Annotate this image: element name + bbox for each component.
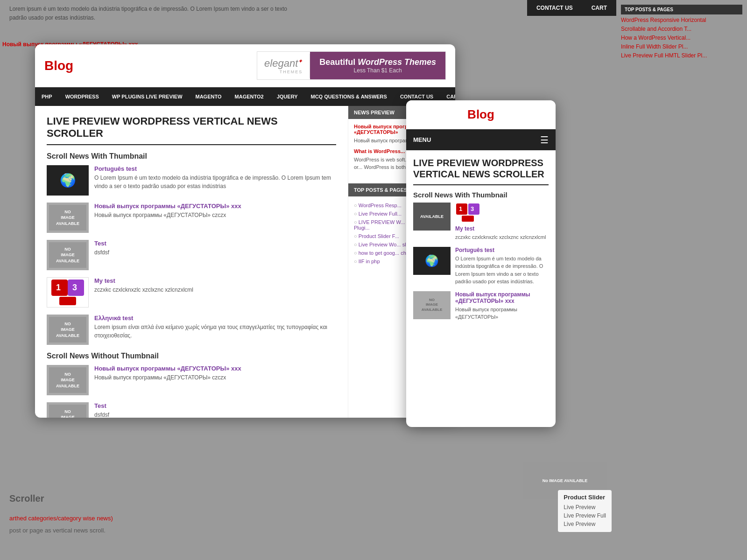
news-content-6: Новый выпуск программы «ДЕГУСТАТОРЫ» xxx… (94, 365, 241, 382)
mobile-content: LIVE PREVIEW WORDPRESS VERTICAL NEWS SCR… (406, 150, 556, 427)
news-link-5[interactable]: Ελληνικά test (94, 315, 336, 322)
no-image-box-3: NOIMAGEAVAILABLE (49, 242, 86, 268)
elegant-name: elegant✦ (264, 57, 303, 70)
product-slider-section: Product Slider Live Preview Live Preview… (558, 490, 612, 532)
product-slider-live-preview-1[interactable]: Live Preview (564, 503, 606, 511)
nav-wp-plugins[interactable]: WP PLUGINS LIVE PREVIEW (106, 87, 189, 106)
available-text: AVAILABLE (420, 214, 444, 219)
nav-php[interactable]: PHP (35, 87, 59, 106)
bg-post-text: post or page as vertical news scroll. (9, 527, 106, 534)
news-content-5: Ελληνικά test Lorem ipsum είναι απλά ένα… (94, 315, 336, 340)
bg-top-paragraph: Lorem ipsum é um texto modelo da indústr… (9, 5, 289, 22)
mobile-globe-icon: 🌍 (425, 254, 439, 267)
news-link-6[interactable]: Новый выпуск программы «ДЕГУСТАТОРЫ» xxx (94, 365, 241, 372)
main-article: LIVE PREVIEW WORDPRESS VERTICAL NEWS SCR… (35, 106, 348, 418)
product-slider-live-preview-2[interactable]: Live Preview (564, 520, 606, 528)
bg-category-link[interactable]: arthed categories/category wise news) (9, 515, 113, 522)
nav-mcq[interactable]: MCQ QUESTIONS & ANSWERS (304, 87, 394, 106)
mobile-thumb-1: AVAILABLE (413, 203, 451, 231)
mobile-news-link-1[interactable]: My test (455, 225, 546, 232)
section-heading-2: Scroll News Without Thumbnail (47, 352, 336, 360)
mobile-news-item-1: AVAILABLE 1 3 My test zczxkc czxlcknxzlc… (413, 203, 549, 241)
mobile-logo: Blog (416, 107, 546, 122)
mobile-news-link-2[interactable]: Português test (455, 247, 549, 253)
hamburger-icon[interactable]: ☰ (540, 134, 549, 146)
bg-right-link-5[interactable]: Live Preview Full HMTL Slider Pl... (621, 52, 742, 59)
news-content-3: Test dsfdsf (94, 240, 109, 257)
mobile-window: Blog MENU ☰ LIVE PREVIEW WORDPRESS VERTI… (406, 100, 556, 427)
bg-right-link-2[interactable]: Scrollable and Accordion T... (621, 26, 742, 32)
mobile-available-badge: AVAILABLE (413, 203, 451, 231)
svg-text:1: 1 (459, 205, 462, 212)
nav-wordpress[interactable]: WORDPRESS (59, 87, 106, 106)
thumb-no-image-5: NOIMAGEAVAILABLE (47, 315, 89, 345)
thumb-no-image-7: NOIMAGEAVAILABLE (47, 402, 89, 418)
product-slider-live-preview-full[interactable]: Live Preview Full (564, 511, 606, 520)
news-link-3[interactable]: Test (94, 240, 109, 247)
product-slider-title: Product Slider (564, 494, 606, 501)
nav-jquery[interactable]: JQUERY (270, 87, 304, 106)
news-text-5: Lorem ipsum είναι απλά ένα κείμενο χωρίς… (94, 323, 336, 340)
nav-magento[interactable]: MAGENTO (189, 87, 228, 106)
banner-promo: Beautiful WordPress Themes Less Than $1 … (310, 52, 445, 79)
news-link-7[interactable]: Test (94, 402, 109, 409)
bg-bottom-text: Scroller arthed categories/category wise… (9, 489, 113, 537)
banner-logo: elegant✦ themes (257, 54, 310, 78)
svg-rect-9 (462, 216, 474, 222)
svg-rect-4 (59, 297, 76, 305)
news-item-1: 🌍 Português test O Lorem Ipsum é um text… (47, 165, 336, 196)
article-title: LIVE PREVIEW WORDPRESS VERTICAL NEWS SCR… (47, 115, 336, 145)
news-content-7: Test dsfdsf (94, 402, 109, 418)
news-content-1: Português test O Lorem Ipsum é um texto … (94, 165, 336, 190)
news-content-4: My test zczxkc czxlcknxzlc xzclxznc xzlc… (94, 277, 193, 294)
nav-magento2[interactable]: MAGENTO2 (228, 87, 270, 106)
thumb-no-image-2: NOIMAGEAVAILABLE (47, 203, 89, 233)
elegant-sub: themes (264, 70, 303, 74)
bg-scroller-label: Scroller (9, 489, 113, 508)
cart-link[interactable]: CART (582, 0, 616, 16)
news-link-2[interactable]: Новый выпуск программы «ДЕГУСТАТОРЫ» xxx (94, 203, 241, 210)
news-item-5: NOIMAGEAVAILABLE Ελληνικά test Lorem ips… (47, 315, 336, 345)
sidebar-post-link-4[interactable]: Product Slider F... (359, 233, 399, 239)
mobile-cube-icon: 1 3 (455, 203, 481, 224)
news-link-1[interactable]: Português test (94, 165, 336, 172)
mobile-news-item-2: 🌍 Português test O Lorem Ipsum é um text… (413, 247, 549, 286)
news-text-1: O Lorem Ipsum é um texto modelo da indús… (94, 174, 336, 190)
mobile-news-text-3: Новый выпуск программы «ДЕГУСТАТОРЫ» (455, 306, 549, 321)
mobile-news-content-3: Новый выпуск программы «ДЕГУСТАТОРЫ» xxx… (455, 291, 549, 321)
main-window: Blog elegant✦ themes Beautiful WordPress… (35, 44, 455, 418)
no-image-box-6: NOIMAGEAVAILABLE (49, 367, 86, 393)
sidebar-post-link-7[interactable]: IIF in php (359, 259, 380, 264)
main-header: Blog elegant✦ themes Beautiful WordPress… (35, 44, 455, 87)
news-content-2: Новый выпуск программы «ДЕГУСТАТОРЫ» xxx… (94, 203, 241, 219)
thumb-no-image-3: NOIMAGEAVAILABLE (47, 240, 89, 270)
header-banner: elegant✦ themes Beautiful WordPress Them… (257, 51, 446, 80)
mobile-thumb-2: 🌍 (413, 247, 451, 275)
banner-promo-sub: Less Than $1 Each (319, 67, 436, 74)
mobile-thumb-3: NOIMAGEAVAILABLE (413, 291, 451, 319)
sidebar-post-link-1[interactable]: WordPress Resp... (359, 203, 402, 208)
svg-text:1: 1 (56, 283, 61, 292)
news-item-2: NOIMAGEAVAILABLE Новый выпуск программы … (47, 203, 336, 233)
mobile-news-text-1: zczxkc czxlcknxzlc xzclxznc xzlcnzxlcml (455, 233, 546, 241)
bg-right-link-1[interactable]: WordPress Responsive Horizontal (621, 17, 742, 23)
bg-top-posts-bar: TOP POSTS & PAGES (621, 5, 742, 14)
news-item-6: NOIMAGEAVAILABLE Новый выпуск программы … (47, 365, 336, 395)
news-link-4[interactable]: My test (94, 277, 193, 284)
mobile-news-item-3: NOIMAGEAVAILABLE Новый выпуск программы … (413, 291, 549, 321)
mobile-section-heading: Scroll News With Thumbnail (413, 191, 549, 199)
thumb-cube-4: 1 3 (47, 277, 89, 308)
sidebar-post-link-2[interactable]: Live Preview Full... (359, 211, 402, 217)
thumb-globe-1: 🌍 (47, 165, 89, 196)
bg-right-link-4[interactable]: Inline Full Width Slider Pl... (621, 43, 742, 50)
news-text-7: dsfdsf (94, 411, 109, 418)
news-text-3: dsfdsf (94, 248, 109, 257)
mobile-article-title: LIVE PREVIEW WORDPRESS VERTICAL NEWS SCR… (413, 157, 549, 185)
news-text-4: zczxkc czxlcknxzlc xzclxznc xzlcnzxlcml (94, 286, 193, 294)
no-image-box-7: NOIMAGEAVAILABLE (49, 405, 86, 418)
mobile-news-link-3[interactable]: Новый выпуск программы «ДЕГУСТАТОРЫ» xxx (455, 291, 549, 304)
mobile-header: Blog (406, 100, 556, 129)
bg-right-link-3[interactable]: How a WordPress Vertical... (621, 35, 742, 41)
contact-link[interactable]: CONTACT US (527, 0, 582, 16)
contact-cart-bar: CONTACT US CART (527, 0, 616, 16)
